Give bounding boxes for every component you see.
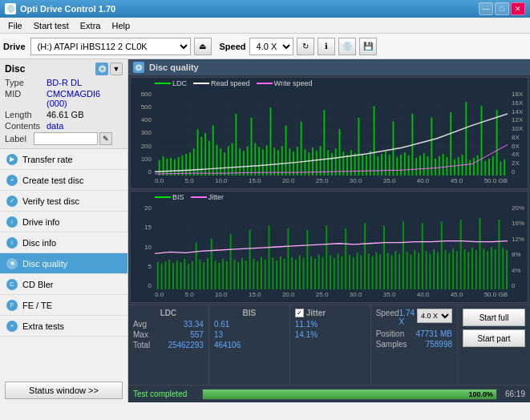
svg-rect-157 — [287, 228, 289, 289]
bis-header: BIS — [214, 309, 285, 317]
svg-rect-27 — [197, 129, 199, 176]
sidebar-item-disc-info[interactable]: i Disc info — [0, 232, 127, 253]
close-button[interactable]: ✕ — [511, 2, 525, 15]
speed-stats-col: Speed 1.74 X 4.0 X Position 47731 MB Sam… — [371, 305, 458, 385]
menu-help[interactable]: Help — [107, 20, 135, 31]
sidebar-item-verify-test-disc[interactable]: ✓ Verify test disc — [0, 191, 127, 212]
write-speed-color — [257, 83, 273, 84]
svg-rect-51 — [289, 148, 290, 176]
svg-rect-141 — [226, 261, 228, 289]
disc-button[interactable]: 💿 — [338, 38, 356, 55]
total-label: Total — [133, 341, 150, 349]
svg-rect-184 — [391, 256, 393, 289]
speed-dropdown[interactable]: 4.0 X — [417, 309, 452, 323]
svg-rect-198 — [445, 250, 447, 289]
svg-rect-144 — [237, 262, 239, 289]
start-part-button[interactable]: Start part — [463, 329, 525, 347]
svg-rect-74 — [377, 156, 378, 176]
svg-rect-20 — [170, 158, 172, 176]
disc-section: Disc 💿 ▼ Type BD-R DL MID CMCMAGDI6 (000… — [0, 59, 127, 149]
bis-avg-value: 0.61 — [214, 320, 229, 329]
speed-header: Speed — [376, 309, 399, 326]
svg-rect-44 — [262, 149, 264, 176]
svg-rect-75 — [381, 154, 382, 176]
svg-rect-48 — [277, 150, 279, 176]
svg-rect-64 — [339, 129, 341, 176]
svg-rect-173 — [349, 255, 350, 289]
cd-bler-icon: C — [6, 279, 18, 290]
top-chart-svg — [155, 91, 508, 176]
refresh-button[interactable]: ↻ — [297, 38, 314, 55]
bis-total-value: 464106 — [214, 341, 241, 349]
menu-extra[interactable]: Extra — [75, 20, 106, 31]
svg-rect-148 — [253, 259, 254, 289]
jitter-max-value: 14.1% — [295, 330, 318, 339]
type-key: Type — [5, 78, 47, 87]
svg-rect-130 — [184, 259, 185, 289]
svg-rect-47 — [273, 147, 275, 176]
svg-rect-69 — [358, 118, 359, 176]
save-button[interactable]: 💾 — [359, 38, 377, 55]
svg-rect-201 — [456, 251, 458, 289]
maximize-button[interactable]: □ — [495, 2, 509, 15]
sidebar-item-drive-info[interactable]: i Drive info — [0, 212, 127, 232]
speed-select[interactable]: 4.0 X — [249, 38, 293, 55]
svg-rect-183 — [387, 252, 389, 289]
minimize-button[interactable]: — — [479, 2, 493, 15]
sidebar-item-disc-quality[interactable]: ★ Disc quality — [0, 253, 127, 274]
svg-rect-180 — [375, 252, 377, 289]
svg-rect-128 — [176, 260, 178, 289]
start-full-button[interactable]: Start full — [463, 309, 525, 326]
svg-rect-206 — [475, 250, 477, 289]
svg-rect-150 — [261, 257, 262, 289]
sidebar-item-extra-tests[interactable]: + Extra tests — [0, 316, 127, 337]
svg-rect-176 — [360, 256, 362, 289]
svg-rect-193 — [426, 251, 427, 289]
drive-select[interactable]: (H:) ATAPI iHBS112 2 CL0K — [30, 38, 191, 55]
svg-rect-133 — [196, 243, 197, 289]
svg-rect-87 — [427, 156, 429, 176]
jitter-checkbox[interactable]: ✓ — [295, 309, 304, 317]
left-panel: Disc 💿 ▼ Type BD-R DL MID CMCMAGDI6 (000… — [0, 59, 128, 402]
svg-rect-214 — [506, 250, 508, 289]
label-input[interactable] — [34, 132, 98, 145]
svg-rect-199 — [448, 252, 450, 289]
bottom-chart-y-axis-left: 20 15 10 5 0 — [131, 204, 153, 289]
bottom-chart-svg — [155, 204, 508, 289]
drive-label: Drive — [3, 42, 26, 51]
svg-rect-77 — [389, 155, 390, 176]
position-value: 47731 MB — [415, 329, 452, 338]
svg-rect-106 — [500, 162, 501, 176]
svg-rect-179 — [372, 256, 374, 289]
status-window-button[interactable]: Status window >> — [5, 382, 123, 399]
svg-rect-137 — [211, 238, 212, 289]
svg-rect-99 — [473, 158, 475, 176]
disc-menu-icon[interactable]: ▼ — [110, 63, 123, 75]
disc-action-icon[interactable]: 💿 — [95, 63, 108, 75]
label-edit-button[interactable]: ✎ — [99, 132, 112, 145]
info-button[interactable]: ℹ — [318, 38, 335, 55]
sidebar-item-create-test-disc[interactable]: + Create test disc — [0, 170, 127, 191]
stats-bar: LDC Avg 33.34 Max 557 Total 25462293 — [128, 305, 530, 385]
mid-key: MID — [5, 89, 47, 99]
bis-max-value: 13 — [214, 330, 223, 339]
svg-rect-42 — [254, 143, 256, 176]
menu-file[interactable]: File — [3, 20, 27, 31]
svg-rect-182 — [383, 226, 385, 290]
jitter-avg-value: 11.1% — [295, 320, 318, 329]
sidebar-item-transfer-rate[interactable]: ▶ Transfer rate — [0, 149, 127, 170]
jitter-color — [191, 196, 207, 198]
menu-start-test[interactable]: Start test — [29, 20, 74, 31]
right-content: 💿 Disc quality LDC Read speed — [128, 59, 530, 402]
content-icon: 💿 — [133, 62, 144, 73]
sidebar-item-fe-te[interactable]: F FE / TE — [0, 295, 127, 316]
sidebar-item-cd-bler[interactable]: C CD Bler — [0, 274, 127, 295]
svg-rect-92 — [446, 157, 447, 176]
svg-rect-103 — [488, 159, 490, 176]
bottom-chart-svg-container — [155, 204, 508, 289]
app-title: Opti Drive Control 1.70 — [20, 4, 115, 14]
progress-track: 100.0% — [202, 389, 497, 400]
create-test-disc-icon: + — [6, 175, 18, 186]
eject-button[interactable]: ⏏ — [194, 38, 212, 55]
svg-rect-30 — [208, 141, 210, 176]
